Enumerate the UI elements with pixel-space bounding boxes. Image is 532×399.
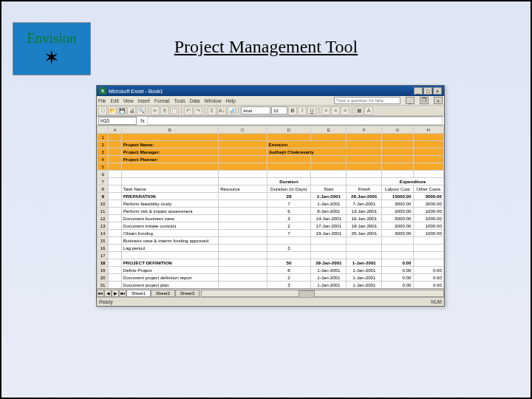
cell-finish[interactable]: 28-Jan-2001 bbox=[347, 193, 382, 200]
col-header-H[interactable]: H bbox=[413, 126, 444, 134]
cell-finish[interactable]: 1-Jan-2001 bbox=[347, 267, 382, 274]
menu-tools[interactable]: Tools bbox=[174, 98, 185, 103]
col-header-B[interactable]: B bbox=[121, 126, 218, 134]
cell-start[interactable] bbox=[311, 245, 347, 252]
cell-start[interactable] bbox=[311, 252, 347, 259]
menu-window[interactable]: Window bbox=[204, 98, 221, 103]
table-row[interactable]: 11Perform risk & impact assessment68-Jan… bbox=[98, 208, 444, 215]
doc-close-button[interactable]: × bbox=[434, 97, 443, 104]
cell-finish[interactable] bbox=[347, 245, 382, 252]
cell-start[interactable] bbox=[311, 237, 347, 245]
new-icon[interactable]: □ bbox=[98, 106, 107, 115]
sheet-tab-1[interactable]: Sheet1 bbox=[126, 290, 151, 297]
row-header[interactable]: 14 bbox=[98, 230, 109, 237]
cell-finish[interactable] bbox=[347, 252, 382, 259]
cell-labour[interactable]: 0.00 bbox=[382, 267, 413, 274]
redo-icon[interactable]: ↷ bbox=[194, 106, 202, 115]
sort-asc-icon[interactable]: A↓ bbox=[217, 106, 226, 115]
cell-start[interactable]: 14-Jan-2001 bbox=[311, 215, 347, 222]
cell-start[interactable]: 1-Jan-2001 bbox=[311, 274, 347, 282]
row-header[interactable]: 19 bbox=[98, 267, 109, 274]
sum-icon[interactable]: Σ bbox=[208, 106, 216, 115]
cell-task[interactable]: Obtain funding bbox=[121, 230, 218, 237]
cell-resource[interactable] bbox=[219, 259, 267, 267]
table-row[interactable]: 21Document project plan31-Jan-20011-Jan-… bbox=[98, 282, 444, 289]
row-header[interactable]: 13 bbox=[98, 222, 109, 230]
cell-finish[interactable]: 18-Jan-2001 bbox=[347, 222, 382, 230]
cell-duration[interactable]: 3 bbox=[267, 282, 311, 289]
cell-labour[interactable]: 0.00 bbox=[382, 282, 413, 289]
cell-finish[interactable]: 1-Jan-2001 bbox=[347, 282, 382, 289]
cell-finish[interactable]: 13-Jan-2001 bbox=[347, 208, 382, 215]
table-row[interactable]: 16Lag period3 bbox=[98, 245, 444, 252]
col-header-E[interactable]: E bbox=[311, 126, 347, 134]
help-search-input[interactable] bbox=[334, 97, 400, 104]
cell-resource[interactable] bbox=[219, 208, 267, 215]
table-row[interactable]: 20Document project definition report21-J… bbox=[98, 274, 444, 282]
cell-task[interactable]: Perform risk & impact assessment bbox=[121, 208, 218, 215]
cell[interactable] bbox=[109, 237, 121, 245]
menu-view[interactable]: View bbox=[123, 98, 134, 103]
bold-icon[interactable]: B bbox=[288, 106, 297, 115]
cell-task[interactable]: Document initiate contract bbox=[121, 222, 218, 230]
row-header[interactable]: 18 bbox=[98, 259, 109, 267]
cell-other[interactable] bbox=[413, 245, 444, 252]
minimize-button[interactable]: _ bbox=[414, 87, 423, 95]
chart-icon[interactable]: 📊 bbox=[227, 106, 236, 115]
cell-resource[interactable] bbox=[219, 252, 267, 259]
col-header-D[interactable]: D bbox=[267, 126, 311, 134]
font-combo[interactable]: Arial bbox=[241, 106, 270, 115]
cell-task[interactable]: Perform feasibility study bbox=[121, 200, 218, 208]
menu-data[interactable]: Data bbox=[190, 98, 200, 103]
menu-format[interactable]: Format bbox=[154, 98, 170, 103]
align-center-icon[interactable]: ≡ bbox=[331, 106, 340, 115]
tab-nav-last-icon[interactable]: ⏭ bbox=[119, 290, 126, 297]
cell-resource[interactable] bbox=[219, 200, 267, 208]
cell-start[interactable]: 1-Jan-2001 bbox=[311, 267, 347, 274]
cell-duration[interactable]: 2 bbox=[267, 222, 311, 230]
font-size-combo[interactable]: 10 bbox=[271, 106, 287, 115]
cell-duration[interactable] bbox=[267, 237, 311, 245]
copy-icon[interactable]: ⎘ bbox=[160, 106, 169, 115]
menu-file[interactable]: File bbox=[98, 98, 106, 103]
row-header[interactable]: 21 bbox=[98, 282, 109, 289]
cell[interactable] bbox=[109, 259, 121, 267]
row-header[interactable]: 20 bbox=[98, 274, 109, 282]
cell-duration[interactable]: 28 bbox=[267, 193, 311, 200]
cell-duration[interactable]: 2 bbox=[267, 274, 311, 282]
cell-finish[interactable] bbox=[347, 237, 382, 245]
table-row[interactable]: 9PREPARATION281-Jan-200128-Jan-200115000… bbox=[98, 193, 444, 200]
cell-task[interactable]: Lag period bbox=[121, 245, 218, 252]
cell-task[interactable]: Document project plan bbox=[121, 282, 218, 289]
horizontal-scrollbar[interactable] bbox=[201, 290, 444, 297]
cell-resource[interactable] bbox=[219, 222, 267, 230]
row-header[interactable]: 16 bbox=[98, 245, 109, 252]
cell[interactable] bbox=[109, 215, 121, 222]
table-row[interactable]: 15Business case & interim funding approv… bbox=[98, 237, 444, 245]
cell-resource[interactable] bbox=[219, 230, 267, 237]
row-header[interactable]: 11 bbox=[98, 208, 109, 215]
cell-resource[interactable] bbox=[219, 245, 267, 252]
print-icon[interactable]: 🖨 bbox=[127, 106, 136, 115]
cell[interactable] bbox=[109, 193, 121, 200]
row-header[interactable]: 17 bbox=[98, 252, 109, 259]
cell-start[interactable]: 19-Jan-2001 bbox=[311, 230, 347, 237]
cell-finish[interactable]: 16-Jan-2001 bbox=[347, 215, 382, 222]
cell-labour[interactable]: 2000.00 bbox=[382, 222, 413, 230]
menu-help[interactable]: Help bbox=[226, 98, 236, 103]
sheet-tab-2[interactable]: Sheet2 bbox=[151, 290, 175, 297]
cell-finish[interactable]: 1-Jan-2001 bbox=[347, 274, 382, 282]
cell-labour[interactable]: 5000.00 bbox=[382, 215, 413, 222]
cell-other[interactable]: 0.00 bbox=[413, 274, 444, 282]
tab-nav-next-icon[interactable]: ▶ bbox=[112, 290, 119, 297]
cell[interactable] bbox=[109, 282, 121, 289]
cell-other[interactable]: 1000.00 bbox=[413, 222, 444, 230]
cell-task[interactable]: PREPARATION bbox=[121, 193, 218, 200]
cell-duration[interactable]: 3 bbox=[267, 215, 311, 222]
formula-input[interactable] bbox=[147, 117, 443, 125]
font-color-icon[interactable]: A bbox=[364, 106, 373, 115]
cell-duration[interactable]: 6 bbox=[267, 208, 311, 215]
cell-start[interactable]: 1-Jan-2001 bbox=[311, 282, 347, 289]
table-row[interactable]: 12Document business case314-Jan-200116-J… bbox=[98, 215, 444, 222]
table-row[interactable]: 10Perform feasibility study71-Jan-20017-… bbox=[98, 200, 444, 208]
